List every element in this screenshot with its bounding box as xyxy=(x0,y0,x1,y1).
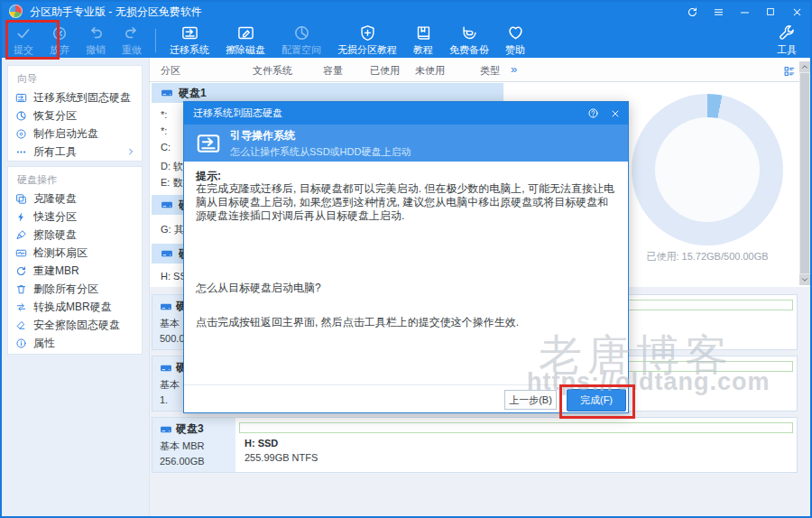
discard-button[interactable]: 放弃 xyxy=(42,23,78,58)
col-type[interactable]: 类型 xyxy=(480,64,500,78)
migrate-system-button[interactable]: 迁移系统 xyxy=(161,23,217,58)
app-logo-icon xyxy=(9,5,23,18)
scroll-down-button[interactable] xyxy=(799,274,810,285)
close-button[interactable] xyxy=(790,5,803,18)
window-controls xyxy=(686,0,803,23)
submit-button[interactable]: 提交 xyxy=(5,23,42,58)
menu-button[interactable] xyxy=(712,5,724,18)
col-filesystem[interactable]: 文件系统 xyxy=(253,64,292,78)
donut-hole xyxy=(655,117,760,222)
dialog-title: 迁移系统到固态硬盘 xyxy=(193,106,282,120)
scroll-up-button[interactable] xyxy=(799,61,810,72)
sidebar-item-properties[interactable]: 属性 xyxy=(8,334,142,352)
sidebar-item-quick-partition[interactable]: 快速分区 xyxy=(8,208,142,226)
disk-icon xyxy=(161,87,173,99)
sidebar-item-all-tools[interactable]: 所有工具 xyxy=(8,143,142,161)
sidebar-item-label: 迁移系统到固态硬盘 xyxy=(33,90,131,106)
table-row-partition[interactable]: *: xyxy=(161,125,167,140)
bolt-icon xyxy=(15,211,27,223)
wizard-panel: 向导 迁移系统到固态硬盘 恢复分区 制作启动光盘 所有工具 xyxy=(7,65,143,162)
free-backup-button[interactable]: 免费备份 xyxy=(441,23,497,58)
tutorial-label: 教程 xyxy=(413,43,433,57)
table-row-disk1[interactable]: 硬盘1 xyxy=(152,83,503,103)
sidebar-item-make-bootable-disc[interactable]: 制作启动光盘 xyxy=(8,125,142,143)
sidebar-item-label: 属性 xyxy=(33,336,55,351)
erase-disk-label: 擦除磁盘 xyxy=(226,43,265,57)
col-capacity[interactable]: 容量 xyxy=(323,64,343,78)
dialog-header: 引导操作系统 怎么让操作系统从SSD或HDD硬盘上启动 xyxy=(184,125,628,162)
dialog-tip-text: 在完成克隆或迁移后, 目标硬盘都可以完美启动. 但在极少数的电脑上, 可能无法直… xyxy=(196,182,618,223)
more-columns-indicator[interactable]: » xyxy=(511,62,517,76)
partition-tutorial-button[interactable]: 无损分区教程 xyxy=(329,23,405,58)
maximize-icon xyxy=(765,6,776,17)
disk-icon xyxy=(160,423,172,436)
donate-label: 赞助 xyxy=(505,43,525,57)
maximize-button[interactable] xyxy=(764,5,777,18)
sidebar-item-wipe-disk[interactable]: 擦除硬盘 xyxy=(8,226,142,244)
view-toggle-icon[interactable] xyxy=(783,65,796,78)
sidebar-item-convert-to-mbr[interactable]: 转换成MBR硬盘 xyxy=(8,298,142,316)
table-row-partition[interactable]: C: xyxy=(161,142,171,156)
disc-icon xyxy=(15,128,27,140)
trash-icon xyxy=(15,283,27,295)
undo-button[interactable]: 撤销 xyxy=(78,23,114,58)
refresh-icon xyxy=(15,265,27,277)
help-icon[interactable] xyxy=(587,107,599,119)
erase-disk-button[interactable]: 擦除磁盘 xyxy=(217,23,273,58)
minimize-button[interactable] xyxy=(738,5,751,18)
dialog-instruction: 点击完成按钮返回主界面, 然后点击工具栏上的提交使这个操作生效. xyxy=(196,315,519,330)
book-icon xyxy=(415,24,432,42)
titlebar: 分区助手专业版 - 无损分区免费软件 xyxy=(0,0,812,23)
sidebar-item-label: 克隆硬盘 xyxy=(33,191,77,207)
allocate-space-button[interactable]: 配置空间 xyxy=(273,23,329,58)
disk-icon xyxy=(160,362,172,375)
redo-button[interactable]: 重做 xyxy=(114,23,150,58)
back-button[interactable]: 上一步(B) xyxy=(504,390,557,410)
disk3-partition-block[interactable] xyxy=(239,422,793,433)
section-title-disk-operations: 硬盘操作 xyxy=(8,167,142,190)
discard-label: 放弃 xyxy=(50,43,69,57)
sidebar-item-recover-partition[interactable]: 恢复分区 xyxy=(8,106,142,125)
disk-arrow-icon xyxy=(15,92,27,104)
refresh-icon xyxy=(687,6,698,18)
tutorial-button[interactable]: 教程 xyxy=(405,23,441,58)
disk-operations-panel: 硬盘操作 克隆硬盘 快速分区 擦除硬盘 检测坏扇区 重建MBR xyxy=(7,166,143,355)
sidebar: 向导 迁移系统到固态硬盘 恢复分区 制作启动光盘 所有工具 硬盘操作 xyxy=(0,58,150,518)
sidebar-item-label: 擦除硬盘 xyxy=(33,227,77,243)
heart-icon xyxy=(507,24,524,42)
disk3-card[interactable]: 硬盘3 基本 MBR 256.00GB xyxy=(152,418,235,472)
tools-label: 工具 xyxy=(777,43,797,57)
disk1-row-label: 硬盘1 xyxy=(179,86,207,101)
undo-label: 撤销 xyxy=(86,43,106,57)
donate-button[interactable]: 赞助 xyxy=(497,23,533,58)
sidebar-item-rebuild-mbr[interactable]: 重建MBR xyxy=(8,262,142,280)
refresh-button[interactable] xyxy=(686,5,698,18)
sidebar-item-secure-erase-ssd[interactable]: 安全擦除固态硬盘 xyxy=(8,316,142,334)
toolbar-divider xyxy=(155,29,156,52)
menu-icon xyxy=(713,6,724,18)
col-partition[interactable]: 分区 xyxy=(161,64,180,78)
vertical-scrollbar[interactable] xyxy=(799,61,810,285)
disk3-partition-strip: H: SSD 255.99GB NTFS xyxy=(235,418,797,472)
sidebar-item-clone-disk[interactable]: 克隆硬盘 xyxy=(8,190,142,208)
sidebar-item-label: 所有工具 xyxy=(33,144,77,160)
dots-icon xyxy=(15,146,27,158)
sidebar-item-migrate-to-ssd[interactable]: 迁移系统到固态硬盘 xyxy=(8,88,142,106)
col-unused[interactable]: 未使用 xyxy=(415,64,445,78)
chevron-down-icon xyxy=(800,275,809,284)
sidebar-item-label: 制作启动光盘 xyxy=(33,126,98,142)
table-row-partition[interactable]: *: xyxy=(161,109,167,124)
redo-label: 重做 xyxy=(122,43,142,57)
close-icon[interactable] xyxy=(610,108,621,119)
finish-button[interactable]: 完成(F) xyxy=(567,389,626,412)
scrollbar-thumb[interactable] xyxy=(800,73,809,273)
sidebar-item-check-bad-sectors[interactable]: 检测坏扇区 xyxy=(8,244,142,262)
col-used[interactable]: 已使用 xyxy=(370,64,400,78)
toolbar: 提交 放弃 撤销 重做 迁移系统 擦除磁盘 配置空间 无损分区教程 xyxy=(0,23,812,58)
partition-tutorial-label: 无损分区教程 xyxy=(337,43,397,57)
tools-button[interactable]: 工具 xyxy=(769,23,805,58)
sidebar-item-delete-all-partitions[interactable]: 删除所有分区 xyxy=(8,280,142,298)
pie-icon xyxy=(15,110,27,122)
chevron-right-icon xyxy=(126,147,135,156)
eraser-icon xyxy=(15,319,27,331)
